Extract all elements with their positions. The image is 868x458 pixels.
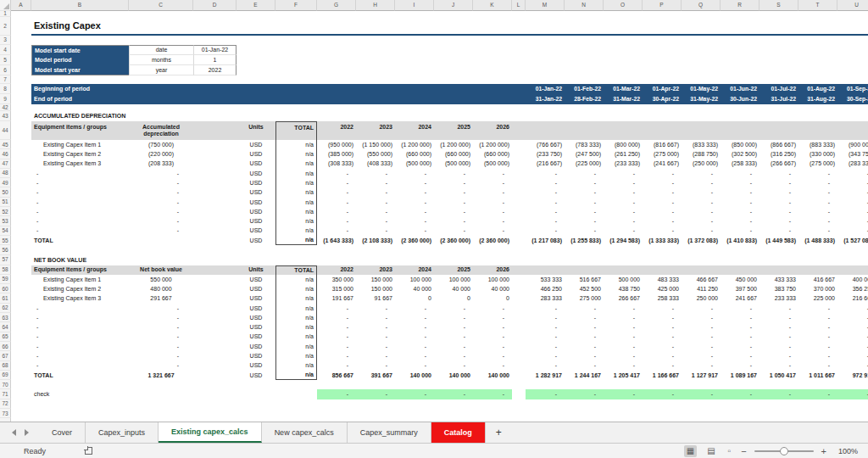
page-break-preview-icon[interactable]: ▫: [726, 445, 734, 457]
cell-I59[interactable]: 100 000: [395, 275, 434, 284]
cell-E51[interactable]: USD: [236, 198, 275, 207]
row-header-2[interactable]: 2: [0, 17, 11, 36]
cell-S65[interactable]: -: [760, 332, 798, 342]
total-value-55[interactable]: [129, 236, 193, 245]
cell-J64[interactable]: -: [434, 322, 473, 332]
cell-A73[interactable]: [11, 409, 868, 418]
cell-U62[interactable]: -: [837, 304, 868, 313]
check-cell-I71[interactable]: -: [395, 389, 434, 399]
item-value-45[interactable]: (750 000): [129, 140, 193, 149]
cell-G64[interactable]: -: [317, 322, 356, 332]
cell-I68[interactable]: -: [395, 361, 434, 371]
cell-E5[interactable]: [236, 55, 868, 65]
cell-D44[interactable]: [193, 121, 236, 140]
cell-M68[interactable]: -: [526, 361, 565, 371]
cell-B54[interactable]: -: [31, 226, 129, 236]
cell-N63[interactable]: -: [565, 313, 604, 322]
cell-S62[interactable]: -: [760, 304, 798, 313]
cell-A71[interactable]: [11, 389, 31, 399]
cell-L65[interactable]: [512, 332, 526, 342]
model-box-label-5[interactable]: Model period: [31, 55, 129, 65]
cell-M69[interactable]: 1 282 917: [526, 371, 565, 380]
cell-I61[interactable]: 0: [395, 293, 434, 303]
cell-C51[interactable]: -: [129, 198, 193, 207]
cell-G63[interactable]: -: [317, 313, 356, 322]
row-header-60[interactable]: 60: [0, 284, 11, 293]
cell-O65[interactable]: -: [604, 332, 643, 342]
model-box-label-4[interactable]: Model start date: [31, 45, 129, 55]
cell-J55[interactable]: (2 360 000): [434, 236, 473, 245]
cell-P51[interactable]: -: [643, 198, 682, 207]
cell-N60[interactable]: 452 500: [565, 284, 604, 293]
cell-L50[interactable]: [512, 187, 526, 197]
cell-L63[interactable]: [512, 313, 526, 322]
cell-F65[interactable]: n/a: [275, 332, 317, 342]
cell-D63[interactable]: [193, 313, 236, 322]
cell-A46[interactable]: [11, 149, 31, 159]
cell-L53[interactable]: [512, 216, 526, 226]
item-total-45[interactable]: n/a: [275, 140, 317, 149]
cell-D52[interactable]: [193, 207, 236, 216]
cell-M63[interactable]: -: [526, 313, 565, 322]
cell-Q58[interactable]: [682, 265, 721, 275]
cell-C52[interactable]: -: [129, 207, 193, 216]
cell-E50[interactable]: USD: [236, 187, 275, 197]
row-header-54[interactable]: 54: [0, 226, 11, 236]
cell-Q52[interactable]: -: [682, 207, 721, 216]
cell-A65[interactable]: [11, 332, 31, 342]
cell-L51[interactable]: [512, 198, 526, 207]
cell-M64[interactable]: -: [526, 322, 565, 332]
column-header-C[interactable]: C: [129, 0, 193, 11]
cell-K58[interactable]: 2026: [473, 265, 512, 275]
cell-F54[interactable]: n/a: [275, 226, 317, 236]
cell-A44[interactable]: [11, 121, 31, 140]
row-header-1[interactable]: 1: [0, 11, 11, 17]
cell-C62[interactable]: -: [129, 304, 193, 313]
cell-N65[interactable]: -: [565, 332, 604, 342]
column-header-Q[interactable]: Q: [682, 0, 721, 11]
cell-U58[interactable]: [837, 265, 868, 275]
cell-U60[interactable]: 356 250: [837, 284, 868, 293]
cell-A53[interactable]: [11, 216, 31, 226]
cell-G55[interactable]: (1 643 333): [317, 236, 356, 245]
cell-S46[interactable]: (316 250): [760, 149, 798, 159]
cell-B53[interactable]: -: [31, 216, 129, 226]
cell-S63[interactable]: -: [760, 313, 798, 322]
row-header-8[interactable]: 8: [0, 84, 11, 94]
row-header-43[interactable]: 43: [0, 111, 11, 121]
cell-P52[interactable]: -: [643, 207, 682, 216]
cell-Q59[interactable]: 466 667: [682, 275, 721, 284]
cell-G61[interactable]: 191 667: [317, 293, 356, 303]
cell-Q9[interactable]: 31-May-22: [682, 94, 721, 104]
cell-G53[interactable]: -: [317, 216, 356, 226]
cell-S45[interactable]: (866 667): [760, 140, 798, 149]
cell-B62[interactable]: -: [31, 304, 129, 313]
cell-H55[interactable]: (2 108 333): [356, 236, 395, 245]
cell-G68[interactable]: -: [317, 361, 356, 371]
cell-L68[interactable]: [512, 361, 526, 371]
page-layout-view-icon[interactable]: ▤: [704, 445, 717, 457]
cell-I69[interactable]: 140 000: [395, 371, 434, 380]
row-header-58[interactable]: 58: [0, 265, 11, 275]
cell-M9[interactable]: 31-Jan-22: [526, 94, 565, 104]
add-sheet-button[interactable]: +: [486, 422, 512, 443]
cell-L46[interactable]: [512, 149, 526, 159]
cell-P60[interactable]: 425 000: [643, 284, 682, 293]
cell-N46[interactable]: (247 500): [565, 149, 604, 159]
cell-M53[interactable]: -: [526, 216, 565, 226]
cell-B66[interactable]: -: [31, 342, 129, 351]
cell-J67[interactable]: -: [434, 351, 473, 360]
cell-S8[interactable]: 01-Jul-22: [760, 84, 798, 94]
tab-new-capex-calcs[interactable]: New capex_calcs: [262, 422, 348, 443]
cell-I52[interactable]: -: [395, 207, 434, 216]
cell-A4[interactable]: [11, 45, 31, 55]
column-header-R[interactable]: R: [721, 0, 760, 11]
cell-K64[interactable]: -: [473, 322, 512, 332]
cell-A54[interactable]: [11, 226, 31, 236]
cell-I58[interactable]: 2024: [395, 265, 434, 275]
cell-N68[interactable]: -: [565, 361, 604, 371]
cell-R65[interactable]: -: [721, 332, 760, 342]
cell-A67[interactable]: [11, 351, 31, 360]
cell-G69[interactable]: 856 667: [317, 371, 356, 380]
row-header-7[interactable]: 7: [0, 75, 11, 84]
